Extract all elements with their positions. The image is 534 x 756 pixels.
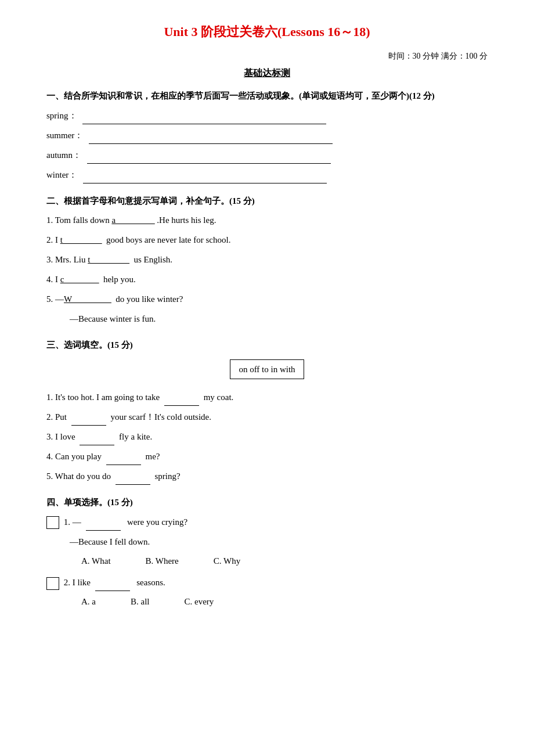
section4-q1-sub: —Because I fell down. xyxy=(70,533,488,550)
fill-c: c________ xyxy=(60,275,99,284)
fill-s3-3 xyxy=(80,445,114,445)
section2-label: 二、根据首字母和句意提示写单词，补全句子。(15 分) xyxy=(46,193,488,210)
section1-summer: summer： xyxy=(46,127,488,144)
section-main-header: 基础达标测 xyxy=(46,67,488,80)
winter-fill xyxy=(83,183,327,183)
autumn-fill xyxy=(87,163,331,164)
fill-w: W_________ xyxy=(64,294,111,304)
section4-q2-options: A. a B. all C. every xyxy=(81,593,488,610)
option-c-q2: C. every xyxy=(185,593,214,610)
section2-q5-answer: —Because winter is fun. xyxy=(70,310,488,327)
section2-block: 二、根据首字母和句意提示写单词，补全句子。(15 分) 1. Tom falls… xyxy=(46,193,488,328)
section3-q4: 4. Can you play me? xyxy=(46,448,488,465)
section3-q5: 5. What do you do spring? xyxy=(46,467,488,485)
section2-q1: 1. Tom falls down a_________ .He hurts h… xyxy=(46,211,488,229)
summer-fill xyxy=(89,143,333,144)
section1-spring: spring： xyxy=(46,107,488,124)
paren-q2 xyxy=(46,577,59,590)
option-b-q1: B. Where xyxy=(146,553,179,570)
spring-label: spring： xyxy=(46,111,77,120)
section1-label: 一、结合所学知识和常识，在相应的季节后面写一些活动或现象。(单词或短语均可，至少… xyxy=(46,88,488,105)
section1-autumn: autumn： xyxy=(46,146,488,164)
paren-q1 xyxy=(46,516,59,529)
fill-s3-4 xyxy=(106,465,141,465)
fill-t2: t_________ xyxy=(88,255,129,264)
fill-s4-2 xyxy=(95,591,130,591)
fill-s3-2 xyxy=(71,425,106,426)
section1-block: 一、结合所学知识和常识，在相应的季节后面写一些活动或现象。(单词或短语均可，至少… xyxy=(46,88,488,183)
section4-label: 四、单项选择。(15 分) xyxy=(46,494,488,511)
time-line: 时间：30 分钟 满分：100 分 xyxy=(46,51,488,62)
section3-label: 三、选词填空。(15 分) xyxy=(46,337,488,354)
section1-winter: winter： xyxy=(46,166,488,183)
winter-label: winter： xyxy=(46,170,77,179)
section2-q4: 4. I c________ help you. xyxy=(46,271,488,288)
fill-a: a_________ xyxy=(111,215,154,225)
section3-q3: 3. I love fly a kite. xyxy=(46,428,488,445)
section4-q1: 1. — were you crying? xyxy=(46,513,488,531)
section4-q1-options: A. What B. Where C. Why xyxy=(81,553,488,570)
section4-q2: 2. I like seasons. xyxy=(46,574,488,591)
section3-block: 三、选词填空。(15 分) on off to in with 1. It's … xyxy=(46,337,488,485)
page-title: Unit 3 阶段过关卷六(Lessons 16～18) xyxy=(46,23,488,41)
fill-t1: t_________ xyxy=(60,235,102,244)
section4-block: 四、单项选择。(15 分) 1. — were you crying? —Bec… xyxy=(46,494,488,610)
section2-q5: 5. —W_________ do you like winter? xyxy=(46,290,488,308)
option-b-q2: B. all xyxy=(131,593,150,610)
autumn-label: autumn： xyxy=(46,150,81,160)
word-box: on off to in with xyxy=(230,359,304,380)
spring-fill xyxy=(82,124,326,124)
word-box-container: on off to in with xyxy=(46,356,488,383)
fill-s3-1 xyxy=(164,405,199,406)
fill-s4-1 xyxy=(86,530,121,531)
section2-q3: 3. Mrs. Liu t_________ us English. xyxy=(46,251,488,268)
option-c-q1: C. Why xyxy=(214,553,240,570)
section3-q1: 1. It's too hot. I am going to take my c… xyxy=(46,388,488,406)
option-a-q2: A. a xyxy=(81,593,96,610)
section2-q2: 2. I t_________ good boys are never late… xyxy=(46,231,488,249)
section3-q2: 2. Put your scarf！It's cold outside. xyxy=(46,408,488,426)
summer-label: summer： xyxy=(46,131,83,140)
option-a-q1: A. What xyxy=(81,553,111,570)
fill-s3-5 xyxy=(116,484,150,485)
